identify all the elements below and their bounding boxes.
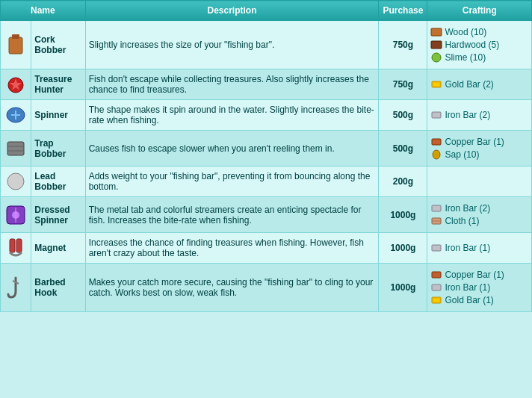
table-row: Trap BobberCauses fish to escape slower … (1, 131, 532, 167)
craft-label: Slime (10) (445, 52, 486, 63)
svg-rect-29 (432, 272, 441, 278)
item-name-dressed-spinner: Dressed Spinner (31, 197, 85, 233)
header-purchase: Purchase (379, 1, 427, 21)
gold-icon (430, 294, 442, 306)
wood-icon (430, 26, 442, 38)
item-crafting-trap-bobber: Copper Bar (1)Sap (10) (427, 131, 532, 167)
item-desc-magnet: Increases the chance of finding treasure… (85, 233, 379, 264)
svg-rect-12 (432, 112, 441, 118)
craft-label: Gold Bar (2) (445, 79, 493, 90)
craft-label: Gold Bar (1) (445, 295, 493, 305)
craft-item-wood: Wood (10) (430, 26, 528, 38)
item-name-cork-bobber: Cork Bobber (31, 21, 85, 69)
slime-icon (430, 52, 442, 63)
iron-icon (430, 202, 442, 214)
item-purchase-treasure-hunter: 750g (379, 69, 427, 100)
craft-label: Iron Bar (1) (445, 282, 490, 293)
item-icon-dressed-spinner (1, 197, 31, 233)
craft-item-iron: Iron Bar (2) (430, 202, 528, 214)
item-purchase-cork-bobber: 750g (379, 21, 427, 69)
table-row: Barbed HookMakes your catch more secure,… (1, 264, 532, 312)
item-desc-treasure-hunter: Fish don't escape while collecting treas… (85, 69, 379, 100)
item-desc-cork-bobber: Slightly increases the size of your "fis… (85, 21, 379, 69)
header-description: Description (85, 1, 379, 21)
svg-point-17 (433, 150, 440, 159)
item-name-magnet: Magnet (31, 233, 85, 264)
cloth-icon (430, 215, 442, 227)
item-crafting-dressed-spinner: Iron Bar (2)Cloth (1) (427, 197, 532, 233)
svg-rect-32 (433, 299, 439, 302)
item-crafting-magnet: Iron Bar (1) (427, 233, 532, 264)
craft-item-sap: Sap (10) (430, 149, 528, 161)
craft-item-iron: Iron Bar (2) (430, 109, 528, 121)
item-name-spinner: Spinner (31, 100, 85, 131)
table-row: MagnetIncreases the chance of finding tr… (1, 233, 532, 264)
svg-rect-22 (432, 205, 441, 211)
header-crafting: Crafting (427, 1, 532, 21)
sap-icon (430, 149, 442, 161)
craft-item-hardwood: Hardwood (5) (430, 39, 528, 51)
svg-point-18 (7, 173, 24, 190)
iron-icon (430, 109, 442, 121)
svg-rect-2 (431, 28, 442, 36)
copper-icon (430, 136, 442, 148)
item-icon-magnet (1, 233, 31, 264)
svg-rect-27 (432, 245, 441, 251)
item-purchase-magnet: 1000g (379, 233, 427, 264)
item-icon-barbed-hook (1, 264, 31, 312)
svg-rect-3 (431, 41, 442, 49)
svg-rect-26 (16, 239, 22, 252)
craft-item-cloth: Cloth (1) (430, 215, 528, 227)
table-row: Lead BobberAdds weight to your "fishing … (1, 167, 532, 197)
svg-rect-1 (12, 34, 19, 39)
item-crafting-lead-bobber (427, 167, 532, 197)
craft-label: Iron Bar (2) (445, 203, 490, 214)
craft-label: Copper Bar (1) (445, 137, 504, 147)
svg-rect-30 (432, 284, 441, 290)
svg-rect-13 (7, 142, 24, 155)
item-name-trap-bobber: Trap Bobber (31, 131, 85, 167)
item-crafting-barbed-hook: Copper Bar (1)Iron Bar (1)Gold Bar (1) (427, 264, 532, 312)
hardwood-icon (430, 39, 442, 51)
table-row: Cork BobberSlightly increases the size o… (1, 21, 532, 69)
item-desc-spinner: The shape makes it spin around in the wa… (85, 100, 379, 131)
item-crafting-spinner: Iron Bar (2) (427, 100, 532, 131)
craft-label: Sap (10) (445, 149, 479, 160)
item-purchase-spinner: 500g (379, 100, 427, 131)
item-icon-lead-bobber (1, 167, 31, 197)
craft-item-copper: Copper Bar (1) (430, 269, 528, 281)
item-desc-lead-bobber: Adds weight to your "fishing bar", preve… (85, 167, 379, 197)
iron-icon (430, 282, 442, 293)
iron-icon (430, 242, 442, 254)
item-crafting-treasure-hunter: Gold Bar (2) (427, 69, 532, 100)
item-purchase-trap-bobber: 500g (379, 131, 427, 167)
item-desc-dressed-spinner: The metal tab and colorful streamers cre… (85, 197, 379, 233)
gold-icon (430, 78, 442, 90)
svg-rect-0 (9, 37, 22, 54)
item-icon-trap-bobber (1, 131, 31, 167)
craft-label: Hardwood (5) (445, 40, 499, 50)
craft-label: Cloth (1) (445, 216, 479, 226)
craft-item-copper: Copper Bar (1) (430, 136, 528, 148)
item-purchase-lead-bobber: 200g (379, 167, 427, 197)
svg-rect-8 (433, 83, 439, 86)
svg-point-4 (432, 53, 441, 62)
table-row: Dressed SpinnerThe metal tab and colorfu… (1, 197, 532, 233)
copper-icon (430, 269, 442, 281)
table-row: Treasure HunterFish don't escape while c… (1, 69, 532, 100)
table-row: SpinnerThe shape makes it spin around in… (1, 100, 532, 131)
item-name-lead-bobber: Lead Bobber (31, 167, 85, 197)
item-crafting-cork-bobber: Wood (10)Hardwood (5)Slime (10) (427, 21, 532, 69)
craft-item-iron: Iron Bar (1) (430, 242, 528, 254)
header-name: Name (1, 1, 86, 21)
craft-label: Wood (10) (445, 27, 486, 37)
item-icon-treasure-hunter (1, 69, 31, 100)
craft-label: Copper Bar (1) (445, 270, 504, 280)
item-icon-cork-bobber (1, 21, 31, 69)
craft-item-gold: Gold Bar (2) (430, 78, 528, 90)
craft-item-gold: Gold Bar (1) (430, 294, 528, 306)
svg-rect-16 (432, 139, 441, 145)
svg-rect-25 (10, 239, 15, 252)
item-desc-barbed-hook: Makes your catch more secure, causing th… (85, 264, 379, 312)
craft-label: Iron Bar (2) (445, 110, 490, 120)
